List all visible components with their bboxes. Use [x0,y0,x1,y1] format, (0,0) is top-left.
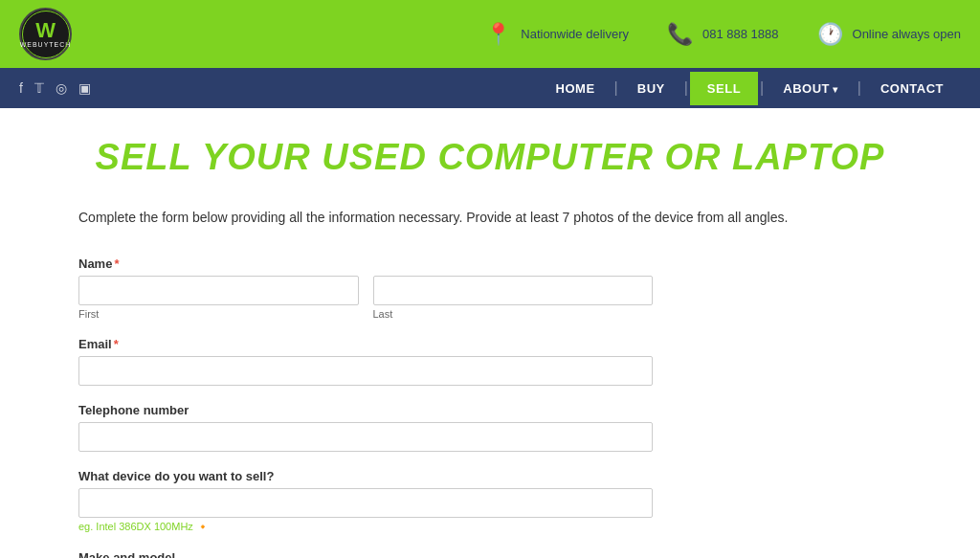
logo-area: W WEBUYTECH [19,8,72,60]
hint-icon: 🔸 [196,521,210,532]
make-model-label: Make and model [78,550,653,558]
navbar: f 𝕋 ◎ ▣ HOME | BUY | SELL | ABOUT | CONT… [0,68,980,108]
sell-form: Name* First Last Email* Telephone [78,257,653,558]
first-name-col: First [78,276,359,320]
page-description: Complete the form below providing all th… [78,207,796,228]
email-label: Email* [78,337,653,351]
info-hours: 🕐 Online always open [817,22,961,47]
info-delivery: 📍 Nationwide delivery [485,22,629,47]
last-sublabel: Last [373,308,654,320]
make-model-group: Make and model eg. Thinkpad E440 [78,550,653,558]
telephone-group: Telephone number [78,403,653,452]
main-content: SELL YOUR USED COMPUTER OR LAPTOP Comple… [59,108,921,558]
nav-links: HOME | BUY | SELL | ABOUT | CONTACT [539,72,961,105]
github-icon[interactable]: ◎ [56,80,67,96]
first-sublabel: First [78,308,359,320]
telephone-input[interactable] [78,422,653,452]
nav-buy[interactable]: BUY [620,72,682,105]
last-name-input[interactable] [373,276,654,305]
social-icon-4[interactable]: ▣ [78,80,91,96]
email-input[interactable] [78,356,653,386]
page-title: SELL YOUR USED COMPUTER OR LAPTOP [78,137,902,178]
logo-brand-top: WEBUYTECH [20,41,72,48]
email-group: Email* [78,337,653,386]
nav-sep-2: | [682,79,690,97]
top-bar: W WEBUYTECH 📍 Nationwide delivery 📞 081 … [0,0,980,68]
nav-sell[interactable]: SELL [690,72,758,105]
social-icons: f 𝕋 ◎ ▣ [19,80,91,96]
device-hint: eg. Intel 386DX 100MHz 🔸 [78,521,653,533]
device-group: What device do you want to sell? eg. Int… [78,469,653,533]
nav-about[interactable]: ABOUT [766,72,856,105]
info-phone: 📞 081 888 1888 [667,22,779,47]
phone-label: 081 888 1888 [702,27,779,41]
last-name-col: Last [373,276,654,320]
delivery-label: Nationwide delivery [521,27,629,41]
device-input[interactable] [78,488,653,518]
logo[interactable]: W WEBUYTECH [19,8,72,60]
nav-contact[interactable]: CONTACT [863,72,961,105]
device-label: What device do you want to sell? [78,469,653,483]
hours-label: Online always open [853,27,961,41]
phone-icon: 📞 [667,22,693,47]
nav-sep-1: | [612,79,620,97]
nav-sep-4: | [856,79,863,97]
telephone-label: Telephone number [78,403,653,417]
nav-home[interactable]: HOME [539,72,612,105]
location-icon: 📍 [485,22,511,47]
name-label: Name* [78,257,653,271]
twitter-icon[interactable]: 𝕋 [34,80,44,96]
name-group: Name* First Last [78,257,653,320]
info-items: 📍 Nationwide delivery 📞 081 888 1888 🕐 O… [485,22,961,47]
first-name-input[interactable] [78,276,359,305]
nav-sep-3: | [758,79,766,97]
clock-icon: 🕐 [817,22,843,47]
facebook-icon[interactable]: f [19,80,23,96]
name-row: First Last [78,276,653,320]
logo-letter: W [35,20,56,41]
